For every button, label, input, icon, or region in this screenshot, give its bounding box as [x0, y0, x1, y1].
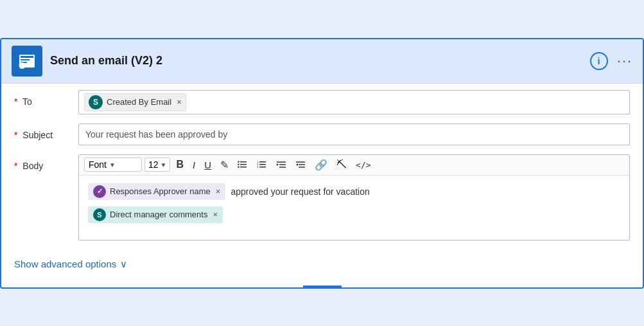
- body-content[interactable]: ✓ Responses Approver name × approved you…: [79, 176, 629, 240]
- svg-point-10: [238, 164, 239, 165]
- subject-input[interactable]: [78, 123, 630, 145]
- svg-rect-14: [259, 167, 266, 168]
- manager-tag-avatar: S: [93, 208, 106, 221]
- font-size-selector[interactable]: 12 ▼: [144, 158, 170, 172]
- card-header: O Send an email (V2) 2 i ···: [1, 39, 643, 84]
- body-line-2: S Direct manager comments ×: [88, 206, 620, 223]
- subject-label: * Subject: [14, 123, 78, 140]
- app-icon: O: [12, 46, 42, 77]
- italic-button[interactable]: I: [189, 158, 198, 172]
- subject-field-row: * Subject: [14, 123, 630, 145]
- form-body: * To S Created By Email × * Subject: [1, 84, 643, 285]
- font-selector[interactable]: Font ▼: [84, 158, 142, 172]
- font-label: Font: [89, 159, 107, 170]
- email-card: O Send an email (V2) 2 i ··· * To: [0, 38, 644, 289]
- manager-tag-close[interactable]: ×: [213, 210, 218, 219]
- to-tag: S Created By Email ×: [84, 93, 186, 111]
- show-advanced-arrow: ∨: [120, 258, 127, 270]
- to-field-row: * To S Created By Email ×: [14, 90, 630, 114]
- body-field-row: * Body Font ▼ 12 ▼ B: [14, 154, 630, 240]
- unlink-button[interactable]: ⛏: [333, 158, 350, 172]
- size-label: 12: [148, 159, 159, 170]
- outdent-button[interactable]: [292, 158, 309, 171]
- font-arrow: ▼: [109, 161, 116, 168]
- body-line-1: ✓ Responses Approver name × approved you…: [88, 183, 620, 200]
- required-indicator: *: [14, 130, 17, 140]
- bottom-divider: [303, 285, 342, 287]
- svg-point-9: [238, 161, 239, 163]
- link-button[interactable]: 🔗: [311, 158, 331, 172]
- unordered-list-button[interactable]: [234, 158, 251, 171]
- size-arrow: ▼: [161, 161, 167, 168]
- dots-icon: ···: [617, 53, 632, 69]
- svg-rect-8: [240, 167, 247, 168]
- code-button[interactable]: </>: [352, 159, 374, 171]
- header-actions: i ···: [590, 52, 632, 70]
- to-label: * To: [14, 90, 78, 107]
- svg-text:3.: 3.: [257, 165, 259, 168]
- info-button[interactable]: i: [590, 52, 608, 70]
- more-options-button[interactable]: ···: [617, 53, 632, 69]
- to-input[interactable]: S Created By Email ×: [78, 90, 630, 114]
- underline-button[interactable]: U: [201, 158, 214, 172]
- approver-tag-text: Responses Approver name: [110, 186, 211, 196]
- indent-button[interactable]: [273, 158, 290, 171]
- tag-text: Created By Email: [107, 97, 171, 107]
- svg-rect-12: [259, 161, 266, 163]
- body-field[interactable]: Font ▼ 12 ▼ B I U ✎: [78, 154, 630, 240]
- svg-rect-7: [240, 164, 247, 165]
- tag-close-button[interactable]: ×: [177, 97, 182, 107]
- ordered-list-button[interactable]: 1.2.3.: [254, 158, 270, 171]
- svg-rect-6: [240, 161, 247, 163]
- svg-point-11: [238, 167, 239, 168]
- svg-text:O: O: [19, 60, 26, 71]
- manager-tag-text: Direct manager comments: [110, 210, 207, 219]
- required-indicator: *: [14, 96, 17, 107]
- tag-avatar: S: [89, 95, 103, 109]
- body-text-after: approved your request for vacation: [231, 186, 369, 197]
- body-toolbar: Font ▼ 12 ▼ B I U ✎: [79, 155, 629, 176]
- approver-tag-close[interactable]: ×: [216, 186, 221, 196]
- required-indicator: *: [14, 161, 17, 171]
- approver-tag-avatar: ✓: [93, 185, 106, 198]
- info-icon: i: [590, 52, 608, 70]
- show-advanced-options[interactable]: Show advanced options ∨: [14, 256, 127, 273]
- highlight-button[interactable]: ✎: [217, 158, 232, 172]
- bold-button[interactable]: B: [173, 158, 187, 172]
- svg-rect-13: [259, 164, 266, 165]
- body-label: * Body: [14, 154, 78, 171]
- svg-rect-2: [21, 56, 33, 58]
- approver-name-tag[interactable]: ✓ Responses Approver name ×: [88, 183, 225, 200]
- show-advanced-label: Show advanced options: [14, 258, 116, 269]
- header-title: Send an email (V2) 2: [50, 54, 582, 68]
- manager-comments-tag[interactable]: S Direct manager comments ×: [88, 206, 223, 223]
